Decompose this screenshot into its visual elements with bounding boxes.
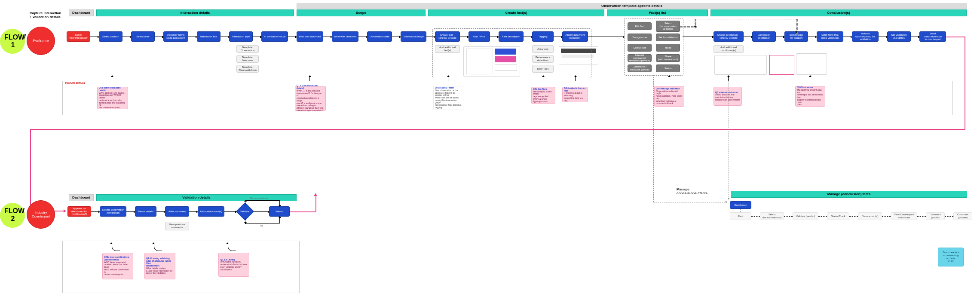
view-prev-comments[interactable]: View previouscomments [165,222,189,230]
lane-scope: Scope [297,9,426,16]
step-mode[interactable]: In person or virtual [261,31,288,42]
arrow [254,211,269,212]
lane-dashboard2: Dashboard [69,194,94,201]
darr [849,216,858,217]
darr [818,216,827,217]
lane-facts-list: Fact(s) list [607,9,708,16]
mockup-highlight [769,55,794,75]
lane-create-facts: Create fact(s) [428,9,604,16]
arrow [323,37,332,37]
mg-status[interactable]: Status/Track [827,212,849,220]
arrow [683,37,714,37]
flow2-label: FLOW2 [4,207,21,222]
step-start[interactable]: Select'new interaction' [67,31,90,42]
pink-arrowhead-up [314,192,317,196]
step-create-conc[interactable]: Create conclusion +(one by default) [714,31,744,42]
step-indicate[interactable]: Indicatecounterpart(s) forvalidation [852,31,879,42]
note-scope-title: QT.x (see interaction details) [297,84,318,89]
facts-group [432,28,591,78]
note-facts: Q7.x Fact(s) / form New observation can … [433,86,463,110]
flow2-notes-frame [62,241,300,293]
step2-reads[interactable]: Reads details [135,206,156,217]
step2-start[interactable]: Appears ondashboard list(notification?) [67,206,91,217]
arrow-up [669,76,669,81]
arrow-yes-h [245,223,279,224]
arrowhead [152,241,155,244]
mockup-conc-a [714,55,767,75]
note2-a-title: Q.Ma Users notifications(counterparts) [104,256,129,261]
template-observation[interactable]: Template:Observation [236,45,259,53]
note-conc1-body: Select facts/link andconclusion that are… [715,93,740,101]
arrow [122,37,131,37]
mg-conc[interactable]: Conclusion [730,201,751,209]
pink-submit-out [290,211,315,212]
flow1-role: Evaluator [27,27,55,55]
arrow [911,37,919,37]
note-facts-body: New observation can beopened; a fact wil… [435,89,462,109]
arrow [392,37,401,37]
mg-fact[interactable]: Fact [730,212,751,220]
arrow-no-down [279,200,280,206]
step-observer[interactable]: Observer name(auto populate?) [163,31,188,42]
arrowhead [226,241,229,244]
arrow-no-h [245,200,279,201]
step-title[interactable]: Interaction title [197,31,220,42]
arrow [744,37,752,37]
dash-down [653,75,654,202]
note-attach: Q4.4a Attach docs vs. files If a user is… [562,87,588,102]
lane-dashboard: Dashboard [69,9,94,16]
pink-submit-up [315,193,316,212]
lane-conclusions: Conclusion(s) [710,9,967,16]
step2-adds[interactable]: Adds comment [165,206,189,217]
mg-comm-priv[interactable]: Comment(private) [953,212,972,220]
step2-validate-label: Validate [236,210,254,213]
mg-view-cp[interactable]: View Counterpartindications [891,212,917,220]
step-date[interactable]: Observation date [367,31,392,42]
arrow [358,37,367,37]
step2-validate[interactable]: Validate [236,202,254,220]
pink-down2 [30,129,31,211]
arrow-up [543,76,543,81]
step-who[interactable]: Who was observed [297,31,323,42]
dash-right [653,202,727,202]
step-length[interactable]: Observation length [401,31,426,42]
arrow [288,37,297,37]
add-additional-conc[interactable]: Add additionalconclusion(s) [714,45,744,53]
arrow [220,37,229,37]
dash-conc-down [729,75,729,199]
template-interview[interactable]: Template:Interview [236,55,259,63]
curve-arrow [154,243,162,251]
arrow [188,37,197,37]
step-what[interactable]: What was observed [332,31,358,42]
step-area[interactable]: Select area [131,31,155,42]
arrow-up [309,76,310,81]
arrow [490,37,499,37]
mg-comm-pub[interactable]: Comment(public) [926,212,945,220]
darr [784,216,793,217]
pink-out [946,37,965,37]
arrow-up [112,76,112,81]
step-send[interactable]: Sendconclusion/factsto counterpart [919,31,946,42]
mg-select[interactable]: Select(for conclusions) [760,212,784,220]
step-conc-desc[interactable]: Conclusiondescription [752,31,776,42]
lane-manage: Manage (conclusion) facts [731,191,967,198]
note-attach-body: If a user is allowed, attachingsupportin… [564,92,583,101]
step-loc[interactable]: Select location [99,31,122,42]
mg-counterparts[interactable]: Counterpart(s) [858,212,882,220]
step-mark[interactable]: Mark facts thatneed validation [817,31,843,42]
lane-observation-specific: Observation template-specific details [297,3,967,9]
note-names-body: WHO observes the details…interaction and… [99,92,126,109]
arrow [843,37,852,37]
aside-tl: Team Leaders- commentingon factsC.38 [938,248,964,266]
template-plant[interactable]: Template:Plant walkdown [236,65,259,73]
step2-attach[interactable]: Adds attachment(s) [198,206,224,217]
dash-conc-arrowhead [727,198,730,201]
step2-select[interactable]: Selects observation/conclusion [100,206,126,217]
note-tags-body: The ability to control whichtags are app… [533,90,552,103]
note2-b-title: Q1.4 Linking validatingrules of attribut… [146,257,171,267]
step-type[interactable]: Interaction type [229,31,253,42]
mg-validate[interactable]: Validate (yes/no) [793,212,818,220]
step-due[interactable]: Set validationdue dates [887,31,911,42]
arrow [426,37,435,37]
arrow [155,37,163,37]
